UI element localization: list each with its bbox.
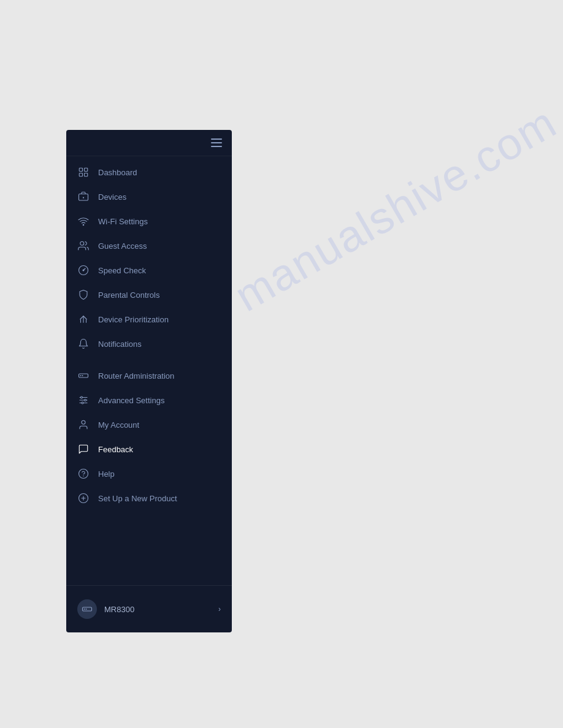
svg-point-20 [85,400,86,401]
sidebar-item-notifications[interactable]: Notifications [66,332,232,356]
advanced-icon [77,394,90,406]
sidebar-item-router-admin[interactable]: Router Administration [66,363,232,388]
speed-icon [77,264,90,276]
parental-icon [77,289,90,301]
sidebar-footer: MR8300 › [66,585,232,632]
guest-icon [77,240,90,252]
feedback-label: Feedback [98,445,133,454]
help-icon [77,468,90,480]
chevron-right-icon: › [218,605,221,613]
speed-label: Speed Check [98,266,146,275]
sidebar-item-speed[interactable]: Speed Check [66,258,232,282]
sidebar-item-account[interactable]: My Account [66,412,232,437]
sidebar-nav: Dashboard Devices Wi-Fi Settings [66,156,232,585]
svg-point-7 [80,241,84,245]
advanced-label: Advanced Settings [98,396,164,405]
sidebar-item-feedback[interactable]: Feedback [66,437,232,461]
svg-rect-2 [79,173,82,176]
svg-rect-1 [85,168,88,171]
wifi-label: Wi-Fi Settings [98,217,148,226]
device-avatar [77,599,97,619]
dashboard-label: Dashboard [98,168,137,177]
sidebar-item-guest[interactable]: Guest Access [66,233,232,258]
add-icon [77,492,90,504]
watermark: manualshive.com [226,97,563,321]
sidebar-item-dashboard[interactable]: Dashboard [66,160,232,184]
sidebar-header [66,130,232,156]
device-name: MR8300 [104,605,211,614]
priority-icon [77,313,90,325]
svg-point-19 [81,396,83,398]
page-container: manualshive.com Dashboard [0,0,563,728]
svg-rect-0 [79,168,82,171]
sidebar-item-help[interactable]: Help [66,461,232,486]
router-admin-icon [77,370,90,382]
devices-label: Devices [98,192,126,202]
svg-point-9 [83,270,85,271]
notifications-icon [77,338,90,350]
svg-rect-3 [85,173,88,176]
dashboard-icon [77,166,90,178]
svg-point-23 [79,469,88,479]
router-admin-label: Router Administration [98,371,174,381]
feedback-icon [77,443,90,455]
account-label: My Account [98,420,139,430]
sidebar-item-devices[interactable]: Devices [66,184,232,209]
guest-label: Guest Access [98,241,147,251]
account-icon [77,419,90,431]
sidebar: Dashboard Devices Wi-Fi Settings [66,130,232,632]
sidebar-item-parental[interactable]: Parental Controls [66,282,232,307]
help-label: Help [98,469,115,479]
sidebar-item-advanced[interactable]: Advanced Settings [66,388,232,412]
parental-label: Parental Controls [98,290,159,300]
sidebar-item-priority[interactable]: Device Prioritization [66,307,232,332]
priority-label: Device Prioritization [98,315,169,324]
sidebar-item-wifi[interactable]: Wi-Fi Settings [66,209,232,233]
devices-icon [77,191,90,203]
svg-point-6 [83,224,84,226]
sidebar-item-setup-new[interactable]: Set Up a New Product [66,486,232,510]
wifi-icon [77,215,90,227]
svg-point-21 [82,402,83,404]
notifications-label: Notifications [98,339,142,349]
hamburger-button[interactable] [211,138,222,147]
svg-point-22 [82,420,85,424]
device-item[interactable]: MR8300 › [66,592,232,626]
setup-label: Set Up a New Product [98,494,177,503]
